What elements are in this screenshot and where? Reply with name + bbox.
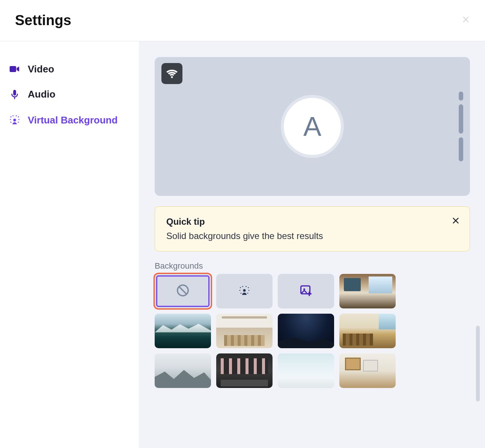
background-tile-loft[interactable] <box>216 353 273 388</box>
background-tile-mountain-lake[interactable] <box>155 314 211 348</box>
background-tile-beach-cafe[interactable] <box>339 314 396 348</box>
blur-person-icon <box>238 284 251 299</box>
svg-point-17 <box>239 290 241 291</box>
close-icon[interactable] <box>462 15 470 26</box>
svg-point-9 <box>11 122 12 123</box>
main-panel: A Quick tip Solid backgrounds give the b… <box>139 41 485 448</box>
svg-point-14 <box>242 286 243 287</box>
video-preview: A <box>155 57 470 196</box>
add-image-icon <box>299 284 313 299</box>
sidebar-item-label: Audio <box>28 89 56 100</box>
backgrounds-grid <box>155 274 470 388</box>
background-tile-none[interactable] <box>155 274 211 308</box>
settings-sidebar: Video Audio Virtual Background <box>0 41 139 448</box>
svg-rect-1 <box>13 90 16 95</box>
background-tile-living-room[interactable] <box>339 274 396 308</box>
background-tile-night-sky[interactable] <box>278 314 334 348</box>
backgrounds-section: Backgrounds <box>155 261 470 388</box>
quick-tip-banner: Quick tip Solid backgrounds give the bes… <box>155 206 470 251</box>
svg-rect-0 <box>10 66 16 72</box>
tip-title: Quick tip <box>166 216 458 227</box>
background-tile-gallery[interactable] <box>339 353 396 388</box>
virtual-bg-icon <box>8 114 21 126</box>
background-tile-gray-mountains[interactable] <box>155 353 211 388</box>
audio-level-indicator <box>459 92 463 161</box>
settings-header: Settings <box>0 0 485 41</box>
close-icon[interactable] <box>452 216 460 227</box>
background-tile-minimal-blue[interactable] <box>278 353 334 388</box>
svg-point-18 <box>249 290 250 291</box>
background-tile-blur[interactable] <box>216 274 273 308</box>
scrollbar[interactable] <box>476 326 480 401</box>
svg-point-6 <box>18 116 19 117</box>
svg-point-10 <box>18 122 19 123</box>
prohibit-icon <box>176 283 190 299</box>
backgrounds-label: Backgrounds <box>155 261 470 271</box>
svg-point-3 <box>11 116 12 117</box>
background-tile-kitchen[interactable] <box>216 314 273 348</box>
svg-point-15 <box>246 286 247 287</box>
svg-point-7 <box>10 119 11 120</box>
avatar: A <box>281 95 344 158</box>
svg-point-12 <box>243 289 246 292</box>
page-title: Settings <box>15 12 71 29</box>
avatar-letter: A <box>303 111 321 142</box>
wifi-icon <box>161 63 182 84</box>
microphone-icon <box>8 89 21 100</box>
svg-point-13 <box>240 287 241 288</box>
sidebar-item-label: Video <box>28 63 54 75</box>
svg-point-19 <box>241 293 242 294</box>
camera-icon <box>8 63 21 75</box>
sidebar-item-label: Virtual Background <box>28 114 117 126</box>
sidebar-item-audio[interactable]: Audio <box>0 82 139 107</box>
svg-point-5 <box>16 115 17 116</box>
svg-point-16 <box>248 287 249 288</box>
svg-point-2 <box>13 119 16 121</box>
svg-point-20 <box>247 293 249 294</box>
tip-body: Solid backgrounds give the best results <box>166 231 458 241</box>
background-tile-add[interactable] <box>278 274 334 308</box>
sidebar-item-virtual-background[interactable]: Virtual Background <box>0 107 139 133</box>
svg-point-4 <box>12 115 14 116</box>
svg-point-8 <box>18 119 20 120</box>
sidebar-item-video[interactable]: Video <box>0 56 139 82</box>
